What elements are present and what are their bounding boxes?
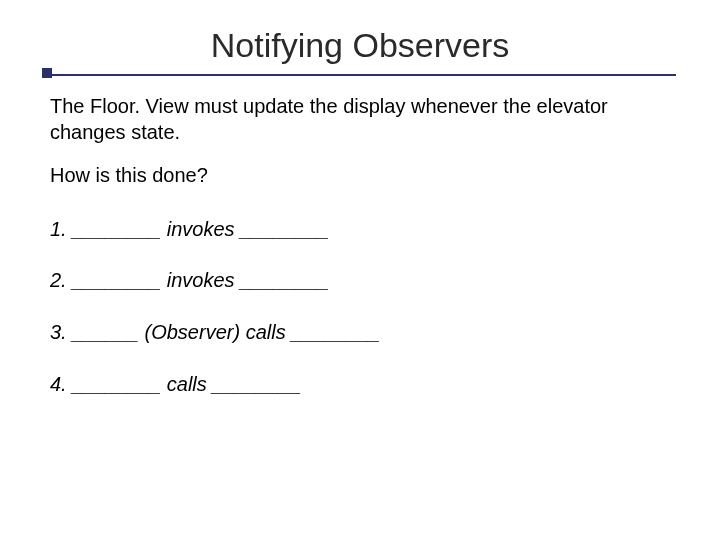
slide: Notifying Observers The Floor. View must… [0,0,720,540]
slide-title: Notifying Observers [0,26,720,65]
title-corner-mark [42,68,52,78]
slide-body: The Floor. View must update the display … [50,94,680,423]
title-underline [44,74,676,76]
intro-text: The Floor. View must update the display … [50,94,680,145]
list-item: 2. ________ invokes ________ [50,268,680,294]
question-text: How is this done? [50,163,680,189]
list-item: 3. ______ (Observer) calls ________ [50,320,680,346]
list-item: 1. ________ invokes ________ [50,217,680,243]
list-item: 4. ________ calls ________ [50,372,680,398]
